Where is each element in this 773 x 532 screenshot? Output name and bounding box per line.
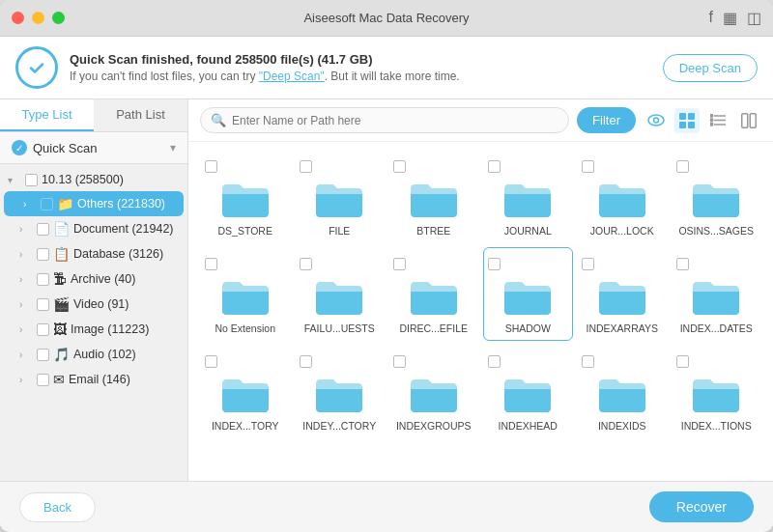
tree-checkbox[interactable] [37,374,49,386]
file-checkbox[interactable] [393,355,406,368]
file-name: INDEXIDS [598,420,646,432]
file-checkbox[interactable] [393,160,406,173]
file-item[interactable]: OSINS...SAGES [672,150,762,243]
file-item[interactable]: FILE [295,150,386,243]
folder-big-icon [502,179,553,219]
tree-checkbox[interactable] [37,248,49,261]
scan-selector-left: ✓ Quick Scan [12,140,97,155]
tree-item-root[interactable]: ▾ 10.13 (258500) [0,168,187,191]
back-button[interactable]: Back [19,492,96,522]
file-name: INDEXARRAYS [587,322,659,334]
message-icon[interactable]: ▦ [723,9,737,27]
tree-checkbox[interactable] [37,349,49,361]
file-item[interactable]: INDEXIDS [577,345,668,438]
tree-checkbox[interactable] [25,174,38,186]
file-item[interactable]: SHADOW [483,247,574,341]
tree-checkbox[interactable] [37,223,49,236]
folder-big-icon [409,179,459,219]
file-item-top [488,158,569,173]
file-item[interactable]: JOUR...LOCK [577,150,668,243]
eye-view-icon[interactable] [644,108,669,133]
file-checkbox[interactable] [676,258,689,270]
view-icons [644,108,761,133]
file-checkbox[interactable] [676,160,689,173]
tree-checkbox[interactable] [41,198,53,210]
facebook-icon[interactable]: f [709,9,713,27]
tree-checkbox[interactable] [37,323,49,336]
grid-view-icon[interactable] [674,108,700,133]
file-item[interactable]: INDEX...TORY [200,345,291,438]
file-checkbox[interactable] [676,355,689,368]
deep-scan-button[interactable]: Deep Scan [663,54,758,82]
titlebar: Aiseesoft Mac Data Recovery f ▦ ◫ [0,0,773,37]
tree-item-database[interactable]: › 📋 Database (3126) [0,241,187,266]
file-checkbox[interactable] [205,355,217,368]
file-item[interactable]: INDEXARRAYS [577,247,668,341]
file-item[interactable]: INDEX...TIONS [672,345,762,438]
file-checkbox[interactable] [300,355,312,368]
folder-big-icon [597,374,647,414]
file-checkbox[interactable] [582,160,594,173]
tree-item-label: Document (21942) [73,222,180,236]
file-checkbox[interactable] [582,258,594,270]
file-item[interactable]: INDEY...CTORY [295,345,386,438]
tab-type-list[interactable]: Type List [0,99,94,131]
file-item[interactable]: BTREE [388,150,479,243]
tree-item-document[interactable]: › 📄 Document (21942) [0,216,187,241]
search-box[interactable]: 🔍 [200,107,569,133]
topbar: Quick Scan finished, found 258500 file(s… [0,37,773,99]
file-checkbox[interactable] [393,258,406,270]
folder-big-icon [314,374,364,414]
filter-button[interactable]: Filter [577,107,636,133]
tree-item-label: 10.13 (258500) [42,173,180,186]
tree-item-video[interactable]: › 🎬 Video (91) [0,292,187,317]
tree-item-image[interactable]: › 🖼 Image (11223) [0,317,187,342]
file-item[interactable]: INDEXGROUPS [388,345,479,438]
tab-path-list[interactable]: Path List [94,99,187,131]
file-checkbox[interactable] [205,258,217,270]
scan-selector[interactable]: ✓ Quick Scan ▾ [0,132,187,164]
minimize-button[interactable] [32,12,44,24]
grid-icon[interactable]: ◫ [747,9,761,27]
file-checkbox[interactable] [205,160,217,173]
tree-item-label: Others (221830) [77,197,176,210]
file-item-top [582,353,663,368]
file-checkbox[interactable] [582,355,594,368]
image-icon: 🖼 [53,322,67,337]
file-checkbox[interactable] [488,355,501,368]
file-grid-inner: DS_STORE FILE BTREE [200,150,761,438]
svg-point-0 [648,115,664,126]
tree-checkbox[interactable] [37,273,49,286]
maximize-button[interactable] [52,12,65,24]
file-item[interactable]: INDEXHEAD [483,345,574,438]
file-name: SHADOW [505,322,551,334]
file-item[interactable]: INDEX...DATES [672,247,762,341]
search-input[interactable] [232,114,558,127]
file-name: FAILU...UESTS [304,322,375,334]
scan-selector-label: Quick Scan [33,141,97,155]
panel-view-icon[interactable] [736,108,761,133]
file-name: INDEXGROUPS [396,420,472,432]
tree-checkbox[interactable] [37,298,49,311]
file-checkbox[interactable] [300,160,312,173]
list-view-icon[interactable] [705,108,730,133]
sidebar-tree: ▾ 10.13 (258500) › 📁 Others (221830) › 📄 [0,164,187,481]
close-button[interactable] [12,12,24,24]
toggle-icon: › [19,224,33,235]
file-item[interactable]: DIREC...EFILE [388,247,479,341]
file-item[interactable]: DS_STORE [200,150,291,243]
tree-item-email[interactable]: › ✉ Email (146) [0,367,187,392]
file-checkbox[interactable] [488,258,501,270]
file-checkbox[interactable] [300,258,312,270]
tree-item-others[interactable]: › 📁 Others (221830) [4,191,184,216]
deep-scan-link[interactable]: "Deep Scan" [259,70,325,83]
file-checkbox[interactable] [488,160,501,173]
tree-item-label: Database (3126) [73,247,180,261]
file-item[interactable]: No Extension [200,247,291,341]
file-name: DIREC...EFILE [399,322,468,334]
tree-item-archive[interactable]: › 🗜 Archive (40) [0,266,187,292]
file-item[interactable]: FAILU...UESTS [295,247,386,341]
recover-button[interactable]: Recover [649,491,754,522]
file-item[interactable]: JOURNAL [483,150,574,243]
tree-item-audio[interactable]: › 🎵 Audio (102) [0,342,187,367]
